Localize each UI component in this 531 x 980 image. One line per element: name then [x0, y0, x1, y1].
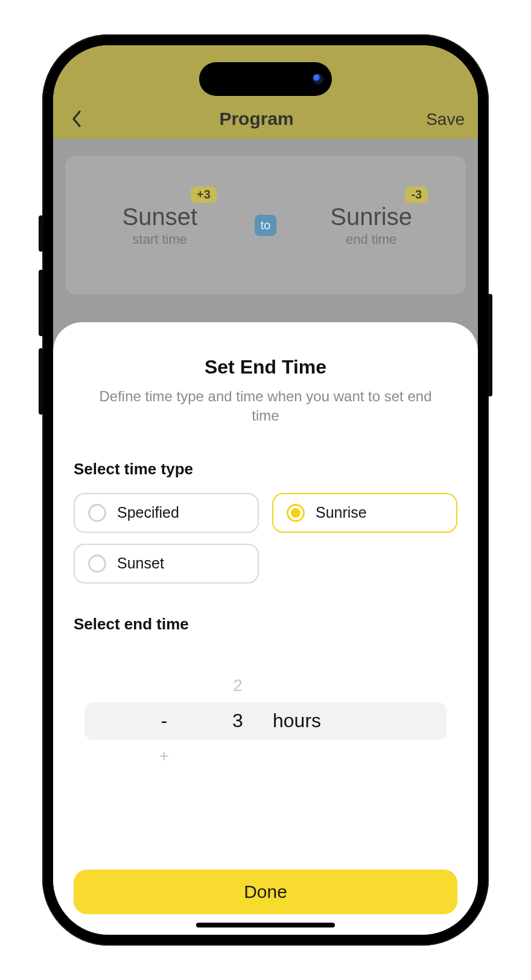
start-time-subtitle: start time	[100, 232, 220, 247]
chevron-left-icon	[72, 110, 81, 127]
picker-selection-highlight	[84, 702, 447, 740]
radio-icon	[88, 555, 106, 573]
dynamic-island	[199, 62, 332, 96]
save-button[interactable]: Save	[426, 110, 465, 129]
phone-side-button	[39, 270, 43, 336]
option-specified[interactable]: Specified	[74, 493, 259, 533]
phone-frame: Program Save +3 Sunset start time to -3	[42, 34, 489, 946]
picker-value-prev: 2	[233, 676, 243, 695]
phone-side-button	[39, 215, 43, 252]
picker-value-column[interactable]: 2 3 .	[214, 658, 262, 784]
end-time-subtitle: end time	[311, 232, 431, 247]
option-sunset[interactable]: Sunset	[74, 544, 259, 584]
radio-icon	[287, 504, 305, 522]
end-time-block[interactable]: -3 Sunrise end time	[311, 203, 431, 247]
option-label: Specified	[117, 504, 179, 521]
to-chip: to	[255, 215, 277, 236]
end-offset-badge: -3	[405, 186, 428, 203]
picker-sign-selected: -	[161, 710, 168, 732]
offset-picker[interactable]: . - + 2 3 . . hours .	[74, 658, 457, 784]
option-label: Sunset	[117, 555, 164, 572]
sheet-subtitle: Define time type and time when you want …	[74, 387, 457, 426]
page-title: Program	[219, 109, 293, 129]
start-time-block[interactable]: +3 Sunset start time	[100, 203, 220, 247]
set-end-time-sheet: Set End Time Define time type and time w…	[53, 322, 478, 935]
picker-unit-label: hours	[273, 710, 357, 732]
start-time-title: Sunset	[100, 203, 220, 231]
select-time-type-label: Select time type	[74, 460, 457, 479]
phone-side-button	[488, 294, 492, 396]
radio-icon	[88, 504, 106, 522]
schedule-summary-card: +3 Sunset start time to -3 Sunrise end t…	[65, 156, 466, 294]
home-indicator[interactable]	[196, 923, 335, 928]
picker-sign-next: +	[159, 746, 169, 766]
start-offset-badge: +3	[191, 186, 217, 203]
phone-screen: Program Save +3 Sunset start time to -3	[53, 45, 478, 935]
done-button[interactable]: Done	[74, 870, 457, 914]
back-button[interactable]	[66, 109, 87, 129]
phone-side-button	[39, 348, 43, 415]
picker-sign-column[interactable]: . - +	[140, 658, 188, 784]
option-sunrise[interactable]: Sunrise	[272, 493, 457, 533]
option-label: Sunrise	[316, 504, 367, 521]
time-type-options: Specified Sunrise Sunset	[74, 493, 457, 584]
picker-value-selected: 3	[232, 710, 243, 732]
end-time-title: Sunrise	[311, 203, 431, 231]
picker-unit-column: . hours .	[273, 658, 357, 784]
front-camera-icon	[313, 74, 323, 84]
sheet-title: Set End Time	[74, 356, 457, 378]
select-end-time-label: Select end time	[74, 615, 457, 634]
